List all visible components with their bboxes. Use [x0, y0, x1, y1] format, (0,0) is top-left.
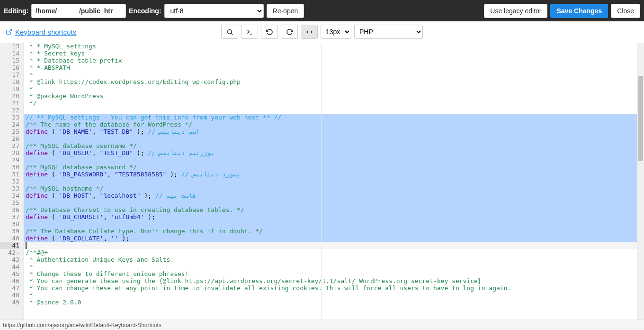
topbar-left: Editing: Encoding: utf-8 Re-open: [4, 4, 304, 18]
wrap-button[interactable]: [301, 25, 318, 39]
external-link-icon: [6, 28, 12, 35]
wrap-icon: [305, 28, 313, 36]
file-path-input[interactable]: [31, 4, 126, 18]
undo-button[interactable]: [261, 25, 278, 39]
encoding-select[interactable]: utf-8: [164, 4, 264, 18]
svg-point-1: [227, 29, 232, 34]
language-select[interactable]: PHP: [354, 25, 423, 39]
redo-icon: [286, 28, 293, 36]
font-size-select[interactable]: 13px: [321, 25, 351, 39]
search-icon: [226, 28, 233, 36]
toolbar-center: 13px PHP: [221, 25, 423, 39]
search-button[interactable]: [221, 25, 238, 39]
reopen-button[interactable]: Re-open: [267, 4, 304, 18]
svg-line-2: [231, 33, 233, 35]
toolbar: Keyboard shortcuts 13px PHP: [0, 21, 644, 43]
keyboard-shortcuts-label: Keyboard shortcuts: [15, 28, 76, 36]
editing-label: Editing:: [4, 7, 28, 15]
legacy-editor-button[interactable]: Use legacy editor: [484, 4, 547, 18]
redo-button[interactable]: [281, 25, 298, 39]
top-bar: Editing: Encoding: utf-8 Re-open Use leg…: [0, 0, 644, 21]
svg-line-0: [9, 29, 11, 32]
topbar-right: Use legacy editor Save Changes Close: [484, 4, 640, 18]
save-changes-button[interactable]: Save Changes: [550, 4, 608, 18]
encoding-label: Encoding:: [129, 7, 161, 15]
terminal-button[interactable]: [241, 25, 258, 39]
terminal-icon: [246, 28, 253, 36]
undo-icon: [266, 28, 273, 36]
keyboard-shortcuts-link[interactable]: Keyboard shortcuts: [6, 28, 76, 36]
close-button[interactable]: Close: [611, 4, 640, 18]
